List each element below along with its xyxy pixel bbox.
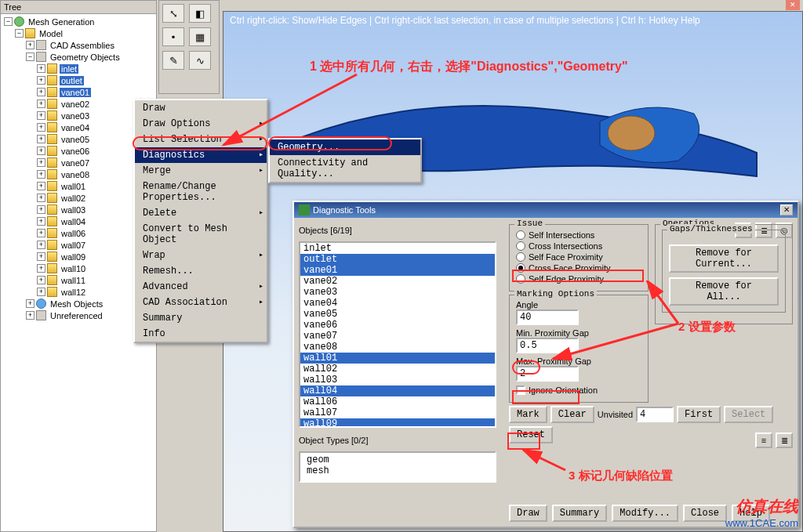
list-item[interactable]: vane07 xyxy=(300,331,495,342)
expander-icon[interactable] xyxy=(37,194,45,202)
expander-icon[interactable] xyxy=(37,229,45,237)
point-tool[interactable]: • xyxy=(162,27,184,46)
type-item[interactable]: geom xyxy=(303,454,492,465)
tree-model[interactable]: Model xyxy=(2,27,156,39)
first-button[interactable]: First xyxy=(677,406,721,423)
type-item[interactable]: mesh xyxy=(303,465,492,476)
expander-icon[interactable] xyxy=(37,170,45,179)
clear-button[interactable]: Clear xyxy=(550,406,594,423)
expander-icon[interactable] xyxy=(37,288,45,296)
ctx-item[interactable]: Info xyxy=(135,326,267,342)
list-item[interactable]: vane06 xyxy=(300,320,495,331)
list-item[interactable]: wall03 xyxy=(300,375,495,385)
modify-button[interactable]: Modify... xyxy=(612,505,678,522)
select-button[interactable]: Select xyxy=(724,406,773,423)
list-item[interactable]: outlet xyxy=(300,254,495,265)
expander-icon[interactable] xyxy=(37,241,45,249)
list-item[interactable]: vane01 xyxy=(300,265,495,276)
ctx-item[interactable]: Summary xyxy=(135,310,267,326)
close-button[interactable]: Close xyxy=(683,505,727,522)
expander-icon[interactable] xyxy=(37,88,45,96)
remove-current-button[interactable]: Remove for Current... xyxy=(669,244,779,273)
ctx-item[interactable]: Draw Options xyxy=(135,116,267,132)
curve-tool[interactable]: ∿ xyxy=(189,51,211,70)
list-item[interactable]: vane02 xyxy=(300,276,495,287)
reset-button[interactable]: Reset xyxy=(509,426,553,443)
tree-cad[interactable]: CAD Assemblies xyxy=(2,39,156,51)
ctx-item[interactable]: Rename/Change Properties... xyxy=(135,179,267,205)
list-item[interactable]: wall02 xyxy=(300,364,495,375)
ctx-item[interactable]: Advanced xyxy=(135,279,267,295)
angle-input[interactable] xyxy=(516,309,579,325)
expander-icon[interactable] xyxy=(4,17,13,26)
expander-icon[interactable] xyxy=(37,264,45,273)
expander-icon[interactable] xyxy=(37,64,45,73)
expander-icon[interactable] xyxy=(15,29,24,38)
ctx-item[interactable]: Remesh... xyxy=(135,263,267,279)
viewport-close-icon[interactable]: ✕ xyxy=(786,0,800,10)
issue-radio[interactable] xyxy=(516,230,525,240)
ignore-checkbox[interactable] xyxy=(516,385,525,395)
min-gap-input[interactable] xyxy=(516,338,579,353)
expander-icon[interactable] xyxy=(37,100,45,108)
draw-button[interactable]: Draw xyxy=(509,505,547,522)
list-item[interactable]: wall06 xyxy=(300,396,495,407)
list-item[interactable]: wall04 xyxy=(300,385,495,396)
issue-radio[interactable] xyxy=(516,252,525,262)
ctx-item[interactable]: CAD Association xyxy=(135,295,267,310)
objects-listbox[interactable]: inletoutletvane01vane02vane03vane04vane0… xyxy=(299,241,496,428)
expander-icon[interactable] xyxy=(37,111,45,120)
max-gap-input[interactable] xyxy=(516,366,579,382)
expander-icon[interactable] xyxy=(26,41,35,49)
tree-root[interactable]: Mesh Generation xyxy=(2,16,156,27)
ctx-subitem[interactable]: Connectivity and Quality... xyxy=(270,155,420,182)
unvisited-input[interactable] xyxy=(636,407,674,422)
expander-icon[interactable] xyxy=(37,158,45,167)
remove-all-button[interactable]: Remove for All... xyxy=(669,277,779,306)
list-item[interactable]: wall09 xyxy=(300,418,495,428)
summary-button[interactable]: Summary xyxy=(552,505,607,522)
list-item[interactable]: inlet xyxy=(300,243,495,254)
tree-item-outlet[interactable]: outlet xyxy=(2,74,156,86)
ctx-item[interactable]: Merge xyxy=(135,163,267,179)
issue-radio[interactable] xyxy=(516,263,525,273)
list-item[interactable]: vane04 xyxy=(300,298,495,309)
expander-icon[interactable] xyxy=(37,135,45,143)
list-item[interactable]: wall07 xyxy=(300,407,495,418)
tree-item-inlet[interactable]: inlet xyxy=(2,63,156,74)
list-item[interactable]: vane05 xyxy=(300,309,495,320)
dialog-titlebar[interactable]: Diagnostic Tools ✕ xyxy=(294,202,798,218)
expander-icon[interactable] xyxy=(37,182,45,190)
dialog-close-icon[interactable]: ✕ xyxy=(780,204,793,215)
axis-tool[interactable]: ⤡ xyxy=(162,4,184,23)
issue-radio[interactable] xyxy=(516,241,525,251)
view-tool[interactable]: ◧ xyxy=(189,4,211,23)
list-item[interactable]: vane03 xyxy=(300,287,495,298)
ctx-item[interactable]: Wrap xyxy=(135,248,267,263)
expander-icon[interactable] xyxy=(37,276,45,284)
ctx-item[interactable]: Draw xyxy=(135,100,267,116)
ctx-item[interactable]: Delete xyxy=(135,205,267,221)
expander-icon[interactable] xyxy=(26,299,35,308)
expander-icon[interactable] xyxy=(37,76,45,85)
tree-item-vane01[interactable]: vane01 xyxy=(2,86,156,98)
list-item[interactable]: vane08 xyxy=(300,342,495,353)
tree-geom[interactable]: Geometry Objects xyxy=(2,51,156,63)
list-item[interactable]: wall01 xyxy=(300,353,495,364)
expander-icon[interactable] xyxy=(37,217,45,226)
expander-icon[interactable] xyxy=(26,52,35,61)
expander-icon[interactable] xyxy=(37,205,45,214)
expander-icon[interactable] xyxy=(37,252,45,261)
ctx-subitem[interactable]: Geometry... xyxy=(270,139,420,155)
cube-tool[interactable]: ▦ xyxy=(189,27,211,46)
ctx-item[interactable]: Convert to Mesh Object xyxy=(135,221,267,248)
mark-button[interactable]: Mark xyxy=(509,406,547,423)
issue-radio[interactable] xyxy=(516,274,525,284)
ctx-item[interactable]: Diagnostics xyxy=(135,147,267,163)
types-listbox[interactable]: geom mesh xyxy=(299,451,496,483)
expander-icon[interactable] xyxy=(37,123,45,132)
pen-tool[interactable]: ✎ xyxy=(162,51,184,70)
ctx-item[interactable]: List Selection xyxy=(135,132,267,147)
expander-icon[interactable] xyxy=(26,311,35,320)
expander-icon[interactable] xyxy=(37,147,45,155)
